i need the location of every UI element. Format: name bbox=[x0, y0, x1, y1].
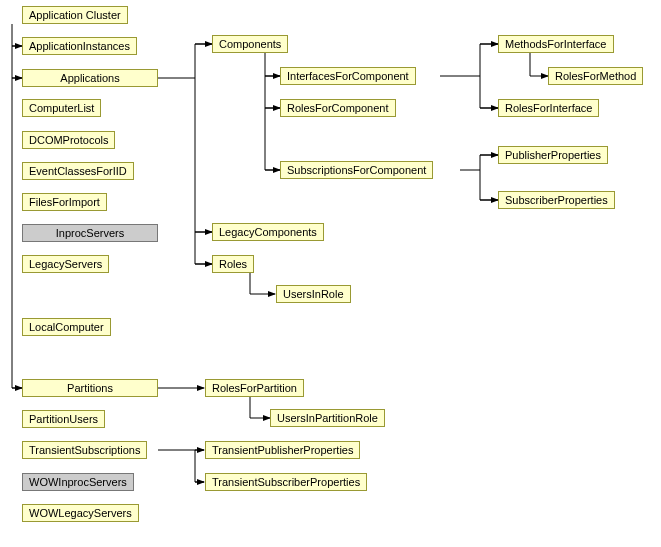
label: RolesForPartition bbox=[212, 382, 297, 394]
node-publisher-properties: PublisherProperties bbox=[498, 146, 608, 164]
node-transient-subscriber-properties: TransientSubscriberProperties bbox=[205, 473, 367, 491]
label: WOWInprocServers bbox=[29, 476, 127, 488]
label: RolesForInterface bbox=[505, 102, 592, 114]
label: MethodsForInterface bbox=[505, 38, 607, 50]
node-roles-for-method: RolesForMethod bbox=[548, 67, 643, 85]
label: LegacyComponents bbox=[219, 226, 317, 238]
label: TransientSubscriptions bbox=[29, 444, 140, 456]
node-dcom-protocols: DCOMProtocols bbox=[22, 131, 115, 149]
node-interfaces-for-component: InterfacesForComponent bbox=[280, 67, 416, 85]
node-wow-inproc-servers: WOWInprocServers bbox=[22, 473, 134, 491]
label: WOWLegacyServers bbox=[29, 507, 132, 519]
label: TransientSubscriberProperties bbox=[212, 476, 360, 488]
label: SubscriptionsForComponent bbox=[287, 164, 426, 176]
label: RolesForMethod bbox=[555, 70, 636, 82]
label: TransientPublisherProperties bbox=[212, 444, 353, 456]
node-application-instances: ApplicationInstances bbox=[22, 37, 137, 55]
label: UsersInRole bbox=[283, 288, 344, 300]
node-users-in-partition-role: UsersInPartitionRole bbox=[270, 409, 385, 427]
label: Roles bbox=[219, 258, 247, 270]
node-methods-for-interface: MethodsForInterface bbox=[498, 35, 614, 53]
label: Applications bbox=[60, 72, 119, 84]
label: Components bbox=[219, 38, 281, 50]
label: EventClassesForIID bbox=[29, 165, 127, 177]
node-applications: Applications bbox=[22, 69, 158, 87]
node-roles-for-partition: RolesForPartition bbox=[205, 379, 304, 397]
node-roles: Roles bbox=[212, 255, 254, 273]
label: RolesForComponent bbox=[287, 102, 389, 114]
node-wow-legacy-servers: WOWLegacyServers bbox=[22, 504, 139, 522]
label: Application Cluster bbox=[29, 9, 121, 21]
label: InprocServers bbox=[56, 227, 124, 239]
node-components: Components bbox=[212, 35, 288, 53]
label: Partitions bbox=[67, 382, 113, 394]
node-partition-users: PartitionUsers bbox=[22, 410, 105, 428]
node-application-cluster: Application Cluster bbox=[22, 6, 128, 24]
node-inproc-servers: InprocServers bbox=[22, 224, 158, 242]
label: PartitionUsers bbox=[29, 413, 98, 425]
label: FilesForImport bbox=[29, 196, 100, 208]
label: UsersInPartitionRole bbox=[277, 412, 378, 424]
label: ComputerList bbox=[29, 102, 94, 114]
node-event-classes-for-iid: EventClassesForIID bbox=[22, 162, 134, 180]
node-local-computer: LocalComputer bbox=[22, 318, 111, 336]
node-computer-list: ComputerList bbox=[22, 99, 101, 117]
node-files-for-import: FilesForImport bbox=[22, 193, 107, 211]
label: LocalComputer bbox=[29, 321, 104, 333]
node-subscriptions-for-component: SubscriptionsForComponent bbox=[280, 161, 433, 179]
node-transient-subscriptions: TransientSubscriptions bbox=[22, 441, 147, 459]
label: SubscriberProperties bbox=[505, 194, 608, 206]
label: InterfacesForComponent bbox=[287, 70, 409, 82]
label: LegacyServers bbox=[29, 258, 102, 270]
node-legacy-components: LegacyComponents bbox=[212, 223, 324, 241]
node-subscriber-properties: SubscriberProperties bbox=[498, 191, 615, 209]
label: ApplicationInstances bbox=[29, 40, 130, 52]
diagram-canvas: Application Cluster ApplicationInstances… bbox=[0, 0, 661, 547]
node-legacy-servers: LegacyServers bbox=[22, 255, 109, 273]
node-users-in-role: UsersInRole bbox=[276, 285, 351, 303]
label: PublisherProperties bbox=[505, 149, 601, 161]
node-partitions: Partitions bbox=[22, 379, 158, 397]
label: DCOMProtocols bbox=[29, 134, 108, 146]
node-roles-for-interface: RolesForInterface bbox=[498, 99, 599, 117]
node-roles-for-component: RolesForComponent bbox=[280, 99, 396, 117]
node-transient-publisher-properties: TransientPublisherProperties bbox=[205, 441, 360, 459]
